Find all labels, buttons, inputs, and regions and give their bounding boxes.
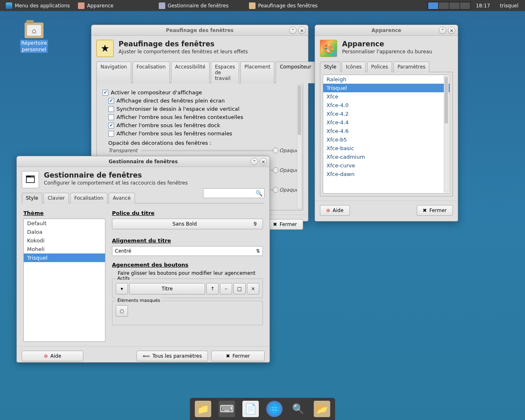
task-wm[interactable]: Gestionnaire de fenêtres	[155, 0, 233, 11]
chk-shadow-normal[interactable]: Afficher l'ombre sous les fenêtres norma…	[108, 130, 299, 137]
list-item[interactable]: Daloa	[24, 228, 105, 236]
chk-shadow-popup[interactable]: Afficher l'ombre sous les fenêtres conte…	[108, 114, 299, 120]
chk-enable-compositor[interactable]: Activer le compositeur d'affichage	[103, 89, 299, 96]
workspace-4[interactable]	[460, 2, 470, 9]
checkbox-icon	[108, 114, 114, 120]
tab-settings[interactable]: Paramètres	[393, 62, 429, 72]
list-item[interactable]: Moheli	[24, 245, 105, 253]
workspace-switcher[interactable]	[427, 2, 471, 10]
close-button[interactable]: ×	[448, 27, 455, 34]
minimize-drag-icon[interactable]: –	[220, 283, 232, 294]
tab-focus[interactable]: Focalisation	[132, 62, 170, 83]
all-settings-button[interactable]: ⟸ Tous les paramètres	[137, 351, 208, 361]
title-drag[interactable]: Titre	[129, 283, 205, 294]
workspace-2[interactable]	[438, 2, 449, 9]
checkbox-icon	[108, 123, 114, 128]
tab-advanced[interactable]: Avancé	[109, 193, 135, 203]
opacity-slider-1[interactable]	[141, 150, 276, 151]
desktop-home-folder[interactable]: ⌂ Répertoire personnel	[16, 23, 52, 53]
tab-accessibility[interactable]: Accessibilité	[171, 62, 210, 83]
minimize-button[interactable]: ⌃	[251, 158, 258, 165]
menu-drag-icon[interactable]: ▾	[116, 283, 128, 294]
app-menu[interactable]: Menu des applications	[2, 0, 74, 11]
list-item[interactable]: Xfce-4.4	[323, 118, 450, 127]
combo-value: Centré	[115, 248, 131, 254]
list-item[interactable]: Xfce-curve	[323, 161, 450, 170]
hidden-buttons-group: Éléments masqués ○	[112, 301, 263, 325]
dock-search-icon[interactable]: 🔍	[290, 401, 306, 417]
font-button[interactable]: Sans Bold 9	[112, 219, 263, 229]
chk-fullscreen[interactable]: Affichage direct des fenêtres plein écra…	[108, 98, 299, 104]
list-item[interactable]: Xfce-b5	[323, 135, 450, 144]
task-appearance[interactable]: Apparence	[74, 0, 117, 11]
help-button[interactable]: ⊕ Aide	[320, 205, 350, 216]
close-button[interactable]: ×	[298, 27, 306, 34]
tab-style[interactable]: Style	[22, 193, 42, 203]
chk-sync[interactable]: Synchroniser le dessin à l'espace vide v…	[108, 106, 299, 112]
clock[interactable]: 18:17	[471, 3, 495, 9]
tab-keyboard[interactable]: Clavier	[43, 193, 69, 203]
align-label: Alignement du titre	[112, 237, 263, 244]
tab-focus[interactable]: Focalisation	[70, 193, 107, 203]
scrollbar[interactable]	[297, 84, 302, 209]
task-tweaks[interactable]: Peaufinage des fenêtres	[245, 0, 322, 11]
list-item[interactable]: Kokodi	[24, 236, 105, 245]
btn-label: Tous les paramètres	[153, 353, 202, 359]
help-button[interactable]: ⊕ Aide	[22, 351, 83, 361]
wm-close-button[interactable]: ✖ Fermer	[211, 351, 265, 361]
close-drag-icon[interactable]: ×	[247, 283, 259, 294]
list-item[interactable]: Xfce-4.0	[323, 101, 450, 110]
titlebar-tweaks[interactable]: Peaufinage des fenêtres ⌃ ×	[91, 25, 308, 36]
list-item[interactable]: Xfce-4.6	[323, 127, 450, 135]
help-icon: ⊕	[44, 353, 48, 359]
tab-navigation[interactable]: Navigation	[96, 62, 131, 83]
user-menu[interactable]: trisquel	[495, 3, 523, 9]
dock-terminal-icon[interactable]: ⌨	[219, 401, 235, 417]
minimize-button[interactable]: ⌃	[439, 27, 446, 34]
align-combo[interactable]: Centré ⇅	[112, 246, 263, 256]
dock-trash-icon[interactable]: 📂	[314, 401, 330, 417]
stick-drag-icon[interactable]: ○	[116, 305, 128, 317]
tab-placement[interactable]: Placement	[240, 62, 274, 83]
chk-label: Afficher l'ombre sous les fenêtres conte…	[116, 114, 243, 120]
list-item[interactable]: Xfce-basic	[323, 144, 450, 153]
dock-web-icon[interactable]: 🌐	[266, 401, 283, 417]
task-label: Apparence	[87, 3, 113, 9]
minimize-button[interactable]: ⌃	[289, 27, 297, 34]
chk-shadow-dock[interactable]: Afficher l'ombre sous les fenêtres dock	[108, 122, 299, 128]
appearance-tabs: Style Icônes Polices Paramètres	[320, 61, 453, 72]
desktop-icon-label-1: Répertoire	[20, 40, 48, 46]
list-item[interactable]: Xfce	[323, 92, 450, 101]
tweaks-tabs: Navigation Focalisation Accessibilité Es…	[96, 61, 303, 83]
tab-icons[interactable]: Icônes	[342, 62, 366, 72]
list-item[interactable]: Raleigh	[323, 75, 450, 84]
titlebar-wm[interactable]: Gestionnaire de fenêtres ⌃ ×	[17, 156, 269, 167]
app-menu-label: Menu des applications	[15, 3, 70, 9]
search-input[interactable]: 🔍	[203, 188, 265, 198]
list-item[interactable]: Trisquel	[323, 84, 450, 92]
tab-workspaces[interactable]: Espaces de travail	[211, 62, 239, 83]
tweaks-close-button[interactable]: ✖ Fermer	[267, 219, 303, 230]
tab-compositor[interactable]: Compositeur	[276, 62, 315, 83]
shade-drag-icon[interactable]: ↑	[206, 283, 219, 294]
maximize-drag-icon[interactable]: □	[233, 283, 246, 294]
appearance-close-button[interactable]: ✖ Fermer	[417, 205, 453, 216]
wm-theme-list[interactable]: Default Daloa Kokodi Moheli Trisquel	[23, 219, 105, 342]
titlebar-appearance[interactable]: Apparence ⌃ ×	[315, 25, 458, 36]
list-item[interactable]: Xfce-4.2	[323, 110, 450, 118]
dock-files-icon[interactable]: 📁	[195, 401, 211, 417]
checkbox-icon	[108, 98, 114, 104]
workspace-1[interactable]	[428, 2, 438, 9]
list-item[interactable]: Trisquel	[24, 253, 105, 262]
dock-editor-icon[interactable]: 📄	[242, 401, 259, 417]
list-item[interactable]: Xfce-cadmium	[323, 153, 450, 161]
list-item[interactable]: Xfce-dawn	[323, 170, 450, 178]
list-item[interactable]: Default	[24, 219, 105, 228]
opaque-label: Opaque	[279, 187, 299, 193]
close-button[interactable]: ×	[260, 158, 267, 165]
scrollbar[interactable]	[444, 76, 449, 192]
workspace-3[interactable]	[449, 2, 460, 9]
theme-list[interactable]: Raleigh Trisquel Xfce Xfce-4.0 Xfce-4.2 …	[323, 75, 450, 194]
tab-fonts[interactable]: Polices	[367, 62, 392, 72]
tab-style[interactable]: Style	[320, 62, 340, 72]
